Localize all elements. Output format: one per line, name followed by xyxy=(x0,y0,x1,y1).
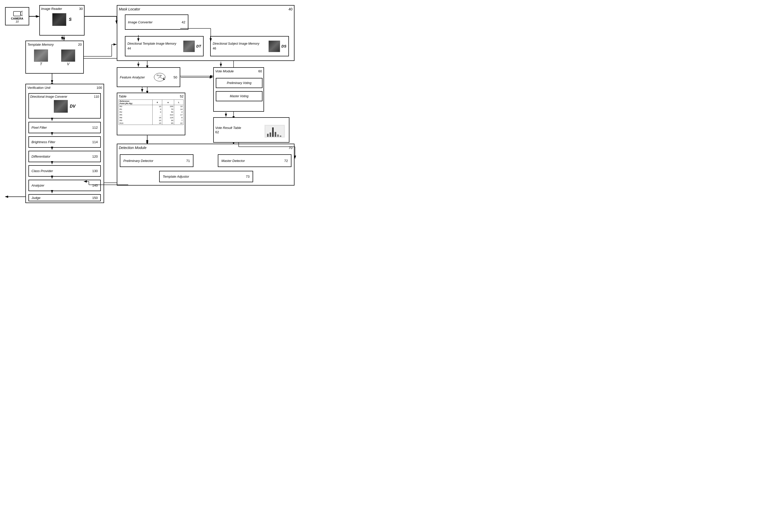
dir-image-converter-signal: DV xyxy=(70,104,75,109)
svg-rect-39 xyxy=(270,132,271,137)
detection-module-label: Detection Module xyxy=(119,146,146,150)
vote-result-table-label: Vote Result Table xyxy=(215,126,241,130)
differentiator-number: 120 xyxy=(92,155,98,158)
vote-result-chart xyxy=(262,120,287,140)
template-memory-thumb-v xyxy=(61,49,75,62)
table-label: Table xyxy=(119,94,126,98)
verification-unit-label: Verification Unit xyxy=(27,86,51,90)
feature-analyzer-box: Feature Analyzer R(x,y) θ 50 xyxy=(117,67,180,87)
svg-marker-30 xyxy=(21,11,22,16)
template-adjustor-box: Template Adjustor 73 xyxy=(159,171,253,182)
image-converter-label: Image Converter xyxy=(128,20,153,24)
dir-template-number: 44 xyxy=(127,47,131,50)
preliminary-voting-box: Preliminary Voting xyxy=(216,78,263,88)
svg-rect-41 xyxy=(275,132,276,137)
analyzer-label: Analyzer xyxy=(31,184,44,187)
detection-module-number: 70 xyxy=(288,146,292,150)
dir-image-converter-number: 110 xyxy=(94,95,99,98)
template-memory-box: Template Memory 20 T V xyxy=(25,41,84,74)
judge-number: 150 xyxy=(92,196,98,200)
dir-image-converter-label: Directional Image Converer xyxy=(30,95,67,98)
feature-analyzer-number: 50 xyxy=(174,75,177,79)
image-reader-thumb xyxy=(52,13,66,26)
pixel-filter-number: 112 xyxy=(92,126,98,129)
svg-rect-43 xyxy=(280,136,281,137)
vote-result-table-box: Vote Result Table 62 xyxy=(213,117,289,143)
image-reader-number: 30 xyxy=(79,7,83,11)
master-detector-box: Master Detector 72 xyxy=(218,154,291,167)
template-signal-t: T xyxy=(40,62,42,66)
pixel-filter-label: Pixel Filter xyxy=(31,126,47,129)
vote-module-label: Vote Module xyxy=(215,69,234,73)
table-number: 52 xyxy=(180,94,184,98)
camera-box: CAMERA 10 xyxy=(5,7,29,25)
dir-subject-image-memory-box: Directional Subject Image Memory 46 DS xyxy=(210,36,289,56)
brightness-filter-label: Brightness Filter xyxy=(31,140,55,144)
svg-rect-38 xyxy=(267,134,269,137)
dir-template-signal: DT xyxy=(196,44,201,48)
template-memory-number: 20 xyxy=(78,43,82,46)
template-signal-v: V xyxy=(67,62,69,66)
vote-module-number: 60 xyxy=(258,69,262,73)
svg-rect-40 xyxy=(272,127,274,137)
camera-number: 10 xyxy=(15,20,19,23)
vote-result-table-number: 62 xyxy=(215,130,219,134)
dir-subject-thumb xyxy=(269,41,280,52)
vote-module-container: Vote Module 60 Preliminary Voting Master… xyxy=(213,67,264,112)
differentiator-label: Differentiator xyxy=(31,155,50,158)
svg-rect-29 xyxy=(13,11,21,16)
dir-template-label: Directional Template Image Memory xyxy=(127,42,176,46)
template-memory-label: Template Memory xyxy=(27,43,54,46)
differentiator-box: Differentiator 120 xyxy=(28,151,101,162)
table-content: ReferencePoint (Rx Ry) θ α L R01020010 R… xyxy=(119,99,184,125)
analyzer-number: 140 xyxy=(92,184,98,187)
image-reader-box: Image Reader 30 S xyxy=(39,5,85,36)
table-box: Table 52 ReferencePoint (Rx Ry) θ α L R0… xyxy=(117,93,185,135)
analyzer-box: Analyzer 140 xyxy=(28,180,101,191)
image-reader-label: Image Reader xyxy=(41,7,62,11)
dir-subject-signal: DS xyxy=(282,44,286,48)
mask-locator-container: Mask Locator 40 Image Converter 42 Direc… xyxy=(117,5,294,61)
class-provider-box: Class Provider 130 xyxy=(28,165,101,177)
svg-rect-42 xyxy=(277,135,279,137)
image-converter-box: Image Converter 42 xyxy=(125,14,188,30)
dir-template-thumb xyxy=(183,41,195,52)
camera-icon xyxy=(12,9,22,17)
master-voting-box: Master Voting xyxy=(216,91,263,101)
feature-analyzer-icon: R(x,y) θ xyxy=(153,71,167,84)
detection-module-container: Detection Module 70 Preliminary Detector… xyxy=(117,144,294,186)
preliminary-detector-box: Preliminary Detector 71 xyxy=(120,154,193,167)
judge-label: Judge xyxy=(31,196,40,200)
mask-locator-label: Mask Locator xyxy=(119,7,140,11)
verification-unit-number: 100 xyxy=(96,86,102,90)
template-memory-thumb-t xyxy=(34,49,48,62)
dir-image-converter-box: Directional Image Converer 110 DV xyxy=(28,93,101,119)
image-reader-signal: S xyxy=(69,17,72,22)
brightness-filter-number: 114 xyxy=(92,140,98,144)
dir-image-converter-thumb xyxy=(54,100,68,113)
preliminary-voting-label: Preliminary Voting xyxy=(227,81,252,85)
class-provider-label: Class Provider xyxy=(31,169,53,173)
dir-subject-number: 46 xyxy=(213,47,216,50)
judge-box: Judge 150 xyxy=(28,194,101,201)
dir-subject-label: Directional Subject Image Memory xyxy=(213,42,259,46)
image-converter-number: 42 xyxy=(182,20,185,24)
master-detector-label: Master Detector xyxy=(221,159,245,163)
master-voting-label: Master Voting xyxy=(230,94,249,98)
dir-template-image-memory-box: Directional Template Image Memory 44 DT xyxy=(125,36,204,56)
feature-analyzer-label: Feature Analyzer xyxy=(120,75,145,79)
master-detector-number: 72 xyxy=(284,159,288,163)
diagram: CAMERA 10 Image Reader 30 S Template Mem… xyxy=(0,0,305,211)
svg-text:θ: θ xyxy=(163,77,165,79)
template-adjustor-label: Template Adjustor xyxy=(163,175,189,178)
preliminary-detector-label: Preliminary Detector xyxy=(123,159,153,163)
pixel-filter-box: Pixel Filter 112 xyxy=(28,122,101,133)
verification-unit-container: Verification Unit 100 Directional Image … xyxy=(25,84,104,203)
template-adjustor-number: 73 xyxy=(246,175,250,178)
brightness-filter-box: Brightness Filter 114 xyxy=(28,136,101,148)
class-provider-number: 130 xyxy=(92,169,98,173)
preliminary-detector-number: 71 xyxy=(186,159,190,163)
svg-text:R(x,y): R(x,y) xyxy=(157,74,161,76)
camera-label: CAMERA xyxy=(11,17,23,20)
mask-locator-number: 40 xyxy=(288,7,292,11)
